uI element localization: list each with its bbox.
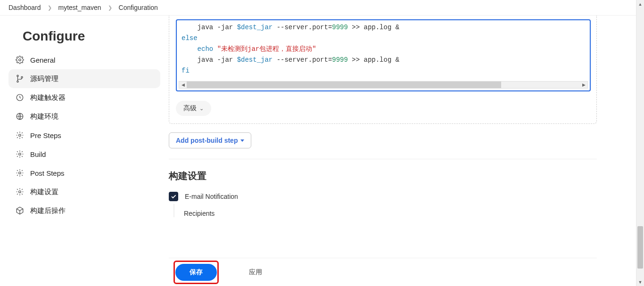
advanced-label: 高级 bbox=[183, 104, 197, 113]
gear-icon bbox=[15, 187, 25, 196]
breadcrumb: Dashboard ❯ mytest_maven ❯ Configuration bbox=[0, 0, 644, 16]
email-notification-sub: Recipients bbox=[173, 204, 597, 217]
sidebar-item-label: Build bbox=[30, 150, 46, 158]
sidebar-item-presteps[interactable]: Pre Steps bbox=[8, 126, 160, 145]
scroll-left-icon[interactable]: ◀ bbox=[179, 82, 187, 88]
caret-down-icon bbox=[240, 139, 244, 142]
sidebar-item-label: 构建触发器 bbox=[30, 93, 66, 102]
apply-button[interactable]: 应用 bbox=[239, 264, 272, 281]
sidebar-item-postbuild[interactable]: 构建后操作 bbox=[8, 201, 160, 220]
crumb-current: Configuration bbox=[119, 4, 158, 11]
sidebar-item-label: 构建后操作 bbox=[30, 206, 66, 215]
add-post-build-label: Add post-build step bbox=[176, 137, 238, 144]
sidebar-item-label: Pre Steps bbox=[30, 131, 61, 139]
advanced-button[interactable]: 高级 ⌄ bbox=[176, 101, 211, 116]
svg-point-9 bbox=[19, 191, 21, 193]
crumb-dashboard[interactable]: Dashboard bbox=[8, 4, 41, 11]
sidebar-item-scm[interactable]: 源码管理 bbox=[8, 69, 160, 88]
page-title: Configure bbox=[8, 19, 160, 48]
scrollbar-thumb[interactable] bbox=[187, 82, 501, 88]
branch-icon bbox=[15, 74, 25, 83]
sidebar-item-env[interactable]: 构建环境 bbox=[8, 107, 160, 126]
email-notification-label: E-mail Notification bbox=[185, 193, 238, 200]
scroll-right-icon[interactable]: ▶ bbox=[580, 82, 587, 88]
svg-point-7 bbox=[19, 153, 21, 155]
sidebar-item-label: General bbox=[30, 56, 55, 64]
bottom-action-bar: 保存 应用 bbox=[169, 258, 597, 286]
page-scrollbar-thumb[interactable] bbox=[637, 226, 643, 269]
shell-command-editor[interactable]: java -jar $dest_jar --server.port=9999 >… bbox=[176, 19, 591, 91]
chevron-right-icon: ❯ bbox=[108, 5, 112, 11]
divider bbox=[169, 159, 597, 159]
gear-icon bbox=[15, 131, 25, 140]
svg-point-2 bbox=[17, 81, 18, 82]
gear-icon bbox=[15, 149, 25, 159]
sidebar-item-general[interactable]: General bbox=[8, 50, 160, 69]
sidebar-item-poststeps[interactable]: Post Steps bbox=[8, 163, 160, 182]
email-notification-checkbox[interactable] bbox=[169, 192, 178, 201]
sidebar-item-label: Post Steps bbox=[30, 169, 65, 177]
build-step-container: java -jar $dest_jar --server.port=9999 >… bbox=[169, 16, 597, 124]
code-area[interactable]: java -jar $dest_jar --server.port=9999 >… bbox=[177, 20, 590, 81]
svg-point-0 bbox=[19, 59, 21, 61]
sidebar-item-label: 构建设置 bbox=[30, 188, 58, 196]
sidebar-item-buildsettings[interactable]: 构建设置 bbox=[8, 182, 160, 201]
scroll-up-icon[interactable]: ▲ bbox=[636, 0, 644, 8]
recipients-label: Recipients bbox=[184, 210, 597, 217]
save-button[interactable]: 保存 bbox=[175, 264, 217, 281]
sidebar-item-label: 构建环境 bbox=[30, 112, 58, 121]
build-settings-title: 构建设置 bbox=[169, 170, 597, 182]
svg-point-1 bbox=[17, 75, 18, 76]
crumb-jobname[interactable]: mytest_maven bbox=[58, 4, 101, 11]
chevron-right-icon: ❯ bbox=[48, 5, 52, 11]
svg-point-8 bbox=[19, 172, 21, 174]
globe-icon bbox=[15, 112, 25, 121]
scroll-down-icon[interactable]: ▼ bbox=[636, 278, 644, 286]
sidebar: Configure General 源码管理 构建触发器 bbox=[0, 16, 169, 279]
gear-icon bbox=[15, 168, 25, 178]
sidebar-item-label: 源码管理 bbox=[30, 74, 58, 83]
horizontal-scrollbar[interactable]: ◀ ▶ bbox=[179, 81, 588, 89]
svg-point-3 bbox=[21, 76, 23, 78]
gear-icon bbox=[15, 55, 25, 65]
add-post-build-step-button[interactable]: Add post-build step bbox=[169, 132, 251, 148]
svg-point-6 bbox=[19, 134, 21, 137]
chevron-down-icon: ⌄ bbox=[199, 106, 204, 112]
sidebar-item-build[interactable]: Build bbox=[8, 145, 160, 163]
sidebar-item-triggers[interactable]: 构建触发器 bbox=[8, 88, 160, 107]
clock-icon bbox=[15, 93, 25, 102]
email-notification-row: E-mail Notification bbox=[169, 192, 597, 201]
page-scrollbar[interactable]: ▲ ▼ bbox=[636, 0, 644, 286]
main-content: java -jar $dest_jar --server.port=9999 >… bbox=[169, 16, 644, 279]
cube-icon bbox=[15, 206, 25, 215]
